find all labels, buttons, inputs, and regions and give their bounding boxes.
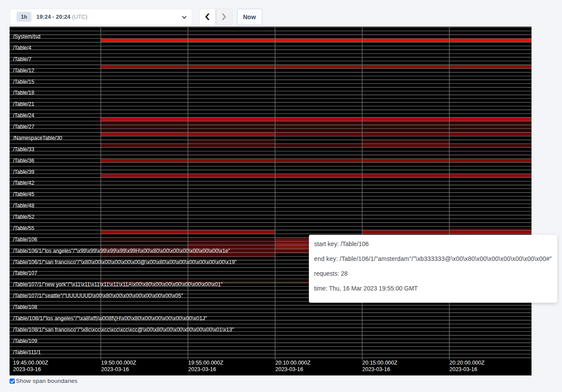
svg-text:/Table/108: /Table/108 bbox=[13, 304, 37, 310]
svg-text:20:20:00.000Z: 20:20:00.000Z bbox=[450, 359, 485, 365]
svg-text:/Table/24: /Table/24 bbox=[13, 112, 34, 118]
svg-text:/Table/107/1/"new york"/"\x11\: /Table/107/1/"new york"/"\x11\x11\x11\x1… bbox=[13, 281, 223, 287]
svg-text:2023-03-16: 2023-03-16 bbox=[101, 366, 129, 372]
svg-text:2023-03-16: 2023-03-16 bbox=[450, 366, 477, 372]
svg-text:/Table/36: /Table/36 bbox=[13, 157, 34, 163]
svg-text:19:55:00.000Z: 19:55:00.000Z bbox=[188, 359, 223, 365]
svg-text:/Table/108/1/"san francisco"/": /Table/108/1/"san francisco"/"\x8c\xcc\x… bbox=[13, 326, 234, 332]
svg-text:2023-03-16: 2023-03-16 bbox=[275, 366, 303, 372]
svg-text:20:15:00.000Z: 20:15:00.000Z bbox=[362, 359, 398, 365]
svg-text:2023-03-16: 2023-03-16 bbox=[13, 366, 41, 372]
svg-text:/Table/15: /Table/15 bbox=[13, 78, 34, 84]
svg-text:/Table/48: /Table/48 bbox=[13, 203, 34, 209]
svg-text:/Table/7: /Table/7 bbox=[13, 56, 31, 62]
svg-text:/Table/106: /Table/106 bbox=[13, 236, 37, 242]
svg-text:/Table/42: /Table/42 bbox=[13, 180, 34, 186]
svg-text:/Table/106/1/"san francisco"/": /Table/106/1/"san francisco"/"\x80\x00\x… bbox=[13, 259, 237, 265]
svg-text:/Table/108/1/"los angeles"/"\x: /Table/108/1/"los angeles"/"\xa8\xf5\u00… bbox=[13, 315, 207, 321]
svg-text:/Table/107/1/"seattle"/"UUUUUU: /Table/107/1/"seattle"/"UUUUUUD\x00\x80\… bbox=[13, 293, 183, 299]
svg-text:/Table/21: /Table/21 bbox=[13, 101, 34, 107]
svg-text:19:45:00.000Z: 19:45:00.000Z bbox=[13, 359, 48, 365]
svg-text:/Table/12: /Table/12 bbox=[13, 67, 34, 73]
svg-text:/Table/39: /Table/39 bbox=[13, 169, 34, 175]
svg-text:/Table/109: /Table/109 bbox=[13, 338, 37, 344]
svg-text:/Table/18: /Table/18 bbox=[13, 90, 34, 96]
svg-text:19:50:00.000Z: 19:50:00.000Z bbox=[101, 359, 136, 365]
svg-text:/Table/27: /Table/27 bbox=[13, 124, 34, 130]
svg-text:2023-03-16: 2023-03-16 bbox=[188, 366, 216, 372]
svg-text:/Table/45: /Table/45 bbox=[13, 191, 34, 197]
svg-text:20:10:00.000Z: 20:10:00.000Z bbox=[275, 359, 311, 365]
svg-text:/Table/106/1/"los angeles"/"\x: /Table/106/1/"los angeles"/"\x99\x99\x99… bbox=[13, 247, 230, 253]
svg-text:/Table/52: /Table/52 bbox=[13, 214, 34, 220]
svg-text:/Table/111/1: /Table/111/1 bbox=[13, 349, 41, 355]
svg-text:/Table/55: /Table/55 bbox=[13, 225, 34, 231]
svg-text:/Table/4: /Table/4 bbox=[13, 44, 31, 51]
svg-text:/System/tsd: /System/tsd bbox=[13, 34, 41, 40]
svg-text:/Table/33: /Table/33 bbox=[13, 146, 34, 152]
svg-text:/NamespaceTable/30: /NamespaceTable/30 bbox=[13, 135, 62, 141]
svg-text:/Table/107: /Table/107 bbox=[13, 270, 37, 276]
svg-text:2023-03-16: 2023-03-16 bbox=[362, 366, 390, 372]
